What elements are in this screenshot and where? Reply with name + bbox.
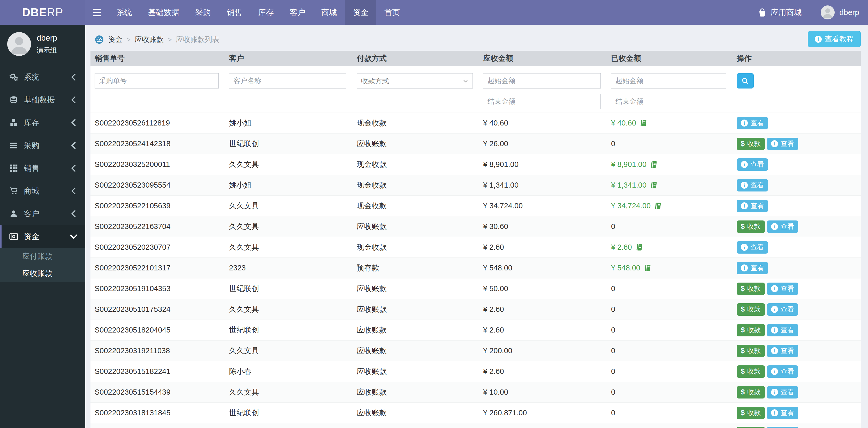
receive-button[interactable]: $收款 (737, 324, 765, 336)
sidebar-item-label: 销售 (24, 163, 39, 174)
payment-method: 现金收款 (352, 180, 479, 191)
user-menu[interactable]: dberp (821, 5, 859, 20)
row-actions: $收款i查看 (733, 138, 861, 150)
info-icon: i (741, 244, 748, 251)
receivable-end-input[interactable] (483, 94, 601, 109)
payment-method: 应收账款 (352, 366, 479, 377)
cogs-icon (9, 73, 24, 82)
sidebar-item[interactable]: 库存 (0, 111, 85, 134)
dollar-icon: $ (741, 388, 745, 396)
sidebar-item[interactable]: 采购 (0, 134, 85, 157)
payment-method: 应收账款 (352, 139, 479, 149)
top-nav-item[interactable]: 基础数据 (140, 0, 187, 25)
sidebar-item[interactable]: 客户 (0, 202, 85, 225)
view-button[interactable]: i查看 (767, 138, 798, 150)
view-button[interactable]: i查看 (767, 283, 798, 295)
received-amount: ¥ 548.00 (607, 264, 733, 272)
sidebar-menu: 系统基础数据库存采购销售商城客户资金应付账款应收账款 (0, 66, 85, 282)
view-button[interactable]: i查看 (767, 407, 798, 419)
receivable-amount: ¥ 2.60 (479, 367, 607, 376)
table-row: S00220230515182241陈小春应收账款¥ 2.600$收款i查看 (90, 361, 861, 382)
logo-light: RP (47, 6, 63, 19)
view-button[interactable]: i查看 (767, 386, 798, 399)
view-button[interactable]: i查看 (737, 179, 768, 192)
sidebar-toggle-button[interactable] (85, 0, 108, 25)
received-end-input[interactable] (611, 94, 726, 109)
sale-order-no: S00220230520230707 (90, 243, 225, 252)
receivable-start-input[interactable] (483, 73, 601, 88)
table-row: S00220230319211038久久文具应收账款¥ 200.000$收款i查… (90, 340, 861, 361)
sale-order-no: S00220230515154439 (90, 388, 225, 396)
info-icon: i (771, 368, 778, 375)
receive-button[interactable]: $收款 (737, 407, 765, 419)
receive-button[interactable]: $收款 (737, 303, 765, 316)
avatar (7, 32, 31, 56)
breadcrumb-link-funds[interactable]: 资金 (108, 35, 123, 45)
top-nav-item[interactable]: 采购 (187, 0, 219, 25)
view-button[interactable]: i查看 (737, 241, 768, 254)
top-nav-item[interactable]: 资金 (345, 0, 376, 25)
sidebar-item[interactable]: 基础数据 (0, 88, 85, 111)
top-nav-item[interactable]: 库存 (250, 0, 282, 25)
top-nav-item[interactable]: 系统 (108, 0, 140, 25)
top-nav-item[interactable]: 首页 (376, 0, 408, 25)
sidebar-item[interactable]: 资金 (0, 225, 85, 248)
app-store-link[interactable]: 应用商城 (757, 7, 802, 18)
database-icon (9, 95, 24, 104)
sale-order-no: S00220230325200011 (90, 160, 225, 169)
top-nav-item[interactable]: 商城 (313, 0, 345, 25)
view-button[interactable]: i查看 (737, 200, 768, 212)
row-actions: $收款i查看 (733, 386, 861, 399)
dollar-icon: $ (741, 285, 745, 293)
search-button[interactable] (737, 73, 754, 88)
sidebar-item[interactable]: 系统 (0, 66, 85, 88)
dollar-icon: $ (741, 223, 745, 231)
view-button[interactable]: i查看 (767, 345, 798, 357)
receive-button[interactable]: $收款 (737, 365, 765, 378)
sidebar-item[interactable]: 销售 (0, 157, 85, 179)
sidebar-subitem[interactable]: 应收账款 (0, 265, 85, 282)
info-icon: i (741, 182, 748, 189)
dollar-icon: $ (741, 367, 745, 375)
row-actions: $收款i查看 (733, 407, 861, 419)
receive-button[interactable]: $收款 (737, 427, 765, 428)
sale-order-no: S00220230524142318 (90, 140, 225, 148)
sidebar-item[interactable]: 商城 (0, 179, 85, 202)
sale-order-no: S00220230522105639 (90, 202, 225, 210)
view-button[interactable]: i查看 (737, 117, 768, 130)
view-button[interactable]: i查看 (767, 365, 798, 378)
app-store-label: 应用商城 (771, 7, 802, 18)
customer-name-input[interactable] (229, 73, 346, 88)
customer-name: 姚小姐 (225, 180, 352, 191)
order-no-input[interactable] (95, 73, 219, 88)
top-nav-item[interactable]: 销售 (219, 0, 250, 25)
received-start-input[interactable] (611, 73, 726, 88)
chevron-left-icon (69, 95, 78, 104)
view-button[interactable]: i查看 (737, 262, 768, 274)
avatar (821, 5, 835, 20)
receive-button[interactable]: $收款 (737, 345, 765, 357)
tutorial-button[interactable]: i 查看教程 (808, 31, 861, 47)
view-button[interactable]: i查看 (767, 303, 798, 316)
logo-bold: DBE (22, 6, 47, 19)
receive-button[interactable]: $收款 (737, 221, 765, 233)
breadcrumb-link-receivables[interactable]: 应收账款 (135, 35, 164, 45)
view-button[interactable]: i查看 (767, 221, 798, 233)
table-body: S00220230526112819姚小姐现金收款¥ 40.60¥ 40.60i… (90, 113, 861, 428)
receive-button[interactable]: $收款 (737, 138, 765, 150)
top-nav-item[interactable]: 客户 (282, 0, 313, 25)
view-button[interactable]: i查看 (737, 159, 768, 171)
app-logo[interactable]: DBERP (0, 0, 85, 25)
receive-button[interactable]: $收款 (737, 283, 765, 295)
payment-method-select[interactable]: 收款方式 (357, 73, 473, 88)
chevron-left-icon (69, 187, 78, 195)
row-actions: i查看 (733, 117, 861, 130)
search-icon (741, 77, 749, 85)
sidebar-subitem[interactable]: 应付账款 (0, 248, 85, 265)
sale-order-no: S00220230518204045 (90, 326, 225, 334)
dollar-icon: $ (741, 347, 745, 355)
table-row: S00220230522163704久久文具应收账款¥ 30.600$收款i查看 (90, 216, 861, 237)
view-button[interactable]: i查看 (767, 427, 798, 428)
receive-button[interactable]: $收款 (737, 386, 765, 399)
view-button[interactable]: i查看 (767, 324, 798, 336)
